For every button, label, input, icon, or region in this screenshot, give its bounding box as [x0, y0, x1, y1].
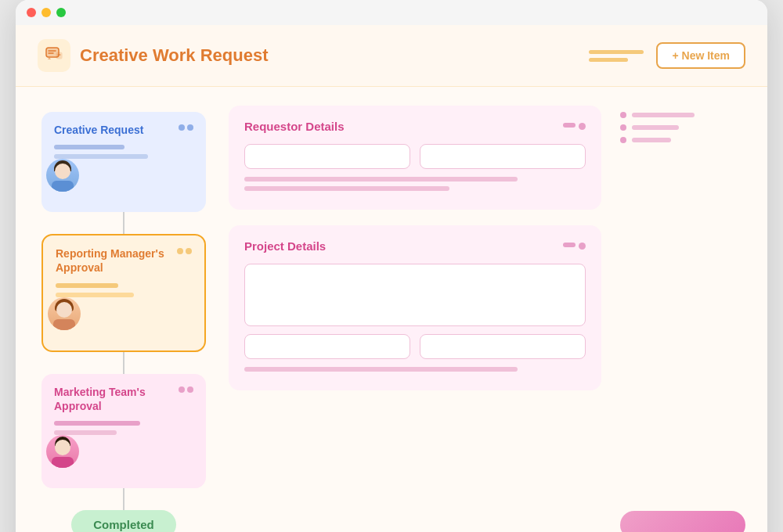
- avatar-reporting: [48, 297, 81, 330]
- avatar-body: [53, 319, 75, 330]
- card-dots-marketing: [179, 386, 193, 393]
- project-dates-row: [244, 334, 586, 359]
- card-header-marketing: Marketing Team's Approval: [54, 385, 193, 413]
- workflow-column: Creative Request: [38, 106, 210, 532]
- list-dot: [620, 137, 626, 143]
- requestor-section-title: Requestor Details: [244, 120, 345, 133]
- close-dot[interactable]: [27, 8, 36, 17]
- project-details-section: Project Details: [229, 225, 601, 390]
- card-header-creative: Creative Request: [54, 123, 193, 137]
- completed-badge: Completed: [71, 510, 176, 532]
- project-section-title: Project Details: [244, 239, 326, 253]
- card-lines-creative: [54, 145, 193, 159]
- avatar-creative: [46, 159, 79, 192]
- card-dot: [177, 248, 183, 254]
- workflow-connector-3: [123, 488, 124, 510]
- section-dot: [563, 243, 576, 247]
- requestor-line-2: [244, 186, 449, 191]
- header-right: + New Item: [589, 42, 745, 69]
- project-end-date-input[interactable]: [420, 334, 586, 359]
- requestor-lastname-input[interactable]: [420, 144, 586, 169]
- project-description-textarea[interactable]: [244, 264, 586, 326]
- section-dot: [563, 123, 576, 128]
- svg-rect-4: [56, 52, 62, 59]
- list-line: [632, 125, 679, 130]
- card-dot: [187, 124, 193, 131]
- right-action-button[interactable]: [620, 511, 745, 532]
- card-dot: [187, 386, 193, 393]
- app-window: Creative Work Request + New Item Creativ…: [16, 0, 767, 532]
- card-dot: [179, 386, 185, 393]
- requestor-details-section: Requestor Details: [229, 106, 601, 210]
- workflow-connector-2: [123, 352, 124, 374]
- section-dot: [579, 123, 586, 130]
- card-title-reporting: Reporting Manager's Approval: [56, 246, 165, 275]
- project-section-header: Project Details: [244, 239, 586, 253]
- right-list: [620, 112, 745, 143]
- header-line-1: [589, 50, 644, 54]
- card-dot: [186, 248, 192, 254]
- form-column: Requestor Details: [229, 106, 601, 532]
- project-line-1: [244, 367, 518, 372]
- list-line: [632, 113, 695, 117]
- minimize-dot[interactable]: [41, 8, 51, 17]
- avatar-face: [55, 440, 70, 455]
- workflow-card-marketing-approval: Marketing Team's Approval: [41, 374, 206, 488]
- list-item: [620, 112, 745, 118]
- chat-request-icon: [45, 45, 63, 66]
- requestor-section-header: Requestor Details: [244, 120, 586, 133]
- card-header-reporting: Reporting Manager's Approval: [56, 246, 192, 275]
- header-decoration-lines: [589, 50, 644, 62]
- card-line: [54, 145, 124, 149]
- maximize-dot[interactable]: [56, 8, 66, 17]
- list-dot: [620, 124, 626, 131]
- app-title: Creative Work Request: [80, 45, 268, 66]
- title-bar: [16, 0, 767, 25]
- card-title-marketing: Marketing Team's Approval: [54, 385, 164, 413]
- card-dot: [179, 124, 185, 131]
- card-lines-marketing: [54, 421, 193, 435]
- list-item: [620, 137, 745, 143]
- section-dot: [579, 243, 586, 250]
- project-start-date-input[interactable]: [244, 334, 410, 359]
- header-left: Creative Work Request: [38, 39, 268, 72]
- requestor-section-controls: [563, 123, 586, 130]
- header-line-2: [589, 58, 628, 62]
- list-dot: [620, 112, 626, 118]
- avatar-face: [56, 302, 72, 318]
- new-item-button[interactable]: + New Item: [656, 42, 745, 69]
- workflow-card-reporting-approval: Reporting Manager's Approval: [41, 234, 206, 351]
- avatar-body: [52, 181, 74, 192]
- card-line: [56, 293, 134, 297]
- card-line: [54, 154, 148, 159]
- card-dots-creative: [179, 124, 193, 131]
- card-dots-reporting: [177, 248, 192, 254]
- right-bottom: [620, 159, 745, 532]
- card-title-creative: Creative Request: [54, 123, 143, 137]
- card-lines-reporting: [56, 283, 192, 297]
- workflow-connector-1: [123, 212, 124, 234]
- requestor-line-1: [244, 177, 518, 182]
- avatar-marketing: [46, 435, 79, 468]
- workflow-card-creative-request: Creative Request: [41, 112, 206, 212]
- right-sidebar: [620, 106, 745, 532]
- card-line: [54, 421, 140, 426]
- card-line: [56, 283, 118, 288]
- app-body: Creative Work Request + New Item Creativ…: [16, 25, 767, 532]
- avatar-body: [52, 457, 74, 468]
- requestor-name-row: [244, 144, 586, 169]
- requestor-firstname-input[interactable]: [244, 144, 410, 169]
- app-icon-wrap: [38, 39, 70, 72]
- list-item: [620, 124, 745, 131]
- app-header: Creative Work Request + New Item: [16, 25, 767, 87]
- project-section-controls: [563, 243, 586, 250]
- main-content: Creative Request: [16, 87, 767, 532]
- list-line: [632, 138, 671, 142]
- avatar-face: [55, 164, 70, 179]
